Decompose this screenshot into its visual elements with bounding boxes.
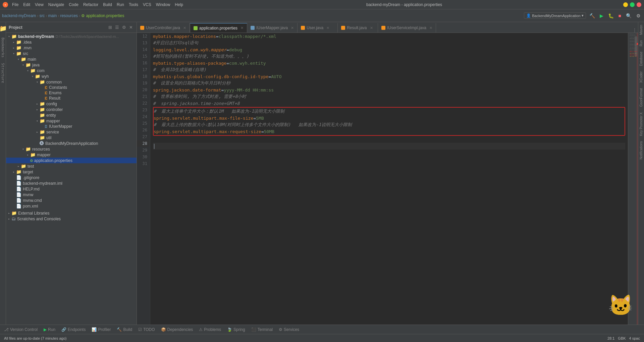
run-dashboard-icon[interactable]: Run	[639, 39, 644, 48]
tree-item-app[interactable]: 🅐 BackendMyDreamApplication	[6, 140, 137, 146]
breadcrumb-src[interactable]: src	[39, 13, 45, 18]
menu-navigate[interactable]: Navigate	[46, 2, 66, 8]
mini-scrollbar[interactable]: mybatis.mapper #开启日志 logging.level #简写包 …	[628, 33, 638, 325]
bottom-tab-todo[interactable]: ☑ TODO	[136, 326, 157, 333]
debug-btn[interactable]: 🐛	[607, 12, 615, 19]
breadcrumb-main[interactable]: main	[48, 13, 57, 18]
breadcrumb-file[interactable]: ⚙ application.properties	[81, 13, 124, 18]
bottom-tab-build[interactable]: 🔨 Build	[114, 326, 135, 333]
tree-item-common[interactable]: 📁 common	[6, 79, 137, 85]
bottom-tab-services[interactable]: ⚙ Services	[276, 326, 302, 333]
bottom-tab-profiler[interactable]: 📊 Profiler	[89, 326, 113, 333]
bottom-tab-problems[interactable]: ⚠ Problems	[196, 326, 224, 333]
tree-item-mapper-res[interactable]: 📁 mapper	[6, 152, 137, 158]
tree-item-pom[interactable]: 📄 pom.xml	[6, 203, 137, 209]
tree-item-src[interactable]: 📁 src	[6, 51, 137, 56]
bookmarks-icon[interactable]: Bookmarks	[0, 36, 6, 59]
tree-item-controller[interactable]: 📁 controller	[6, 107, 137, 112]
tree-item-enums[interactable]: C Enums	[6, 90, 137, 96]
close-button[interactable]	[637, 2, 641, 7]
tree-item-result[interactable]: C Result	[6, 96, 137, 101]
profile-selector[interactable]: 👤 BackendMyDreamApplication ▾	[524, 12, 586, 19]
notifications-icon[interactable]: Notifications	[639, 140, 644, 161]
tree-item-mvn[interactable]: 📁 .mvn	[6, 45, 137, 51]
tree-item-config[interactable]: 📁 config	[6, 101, 137, 107]
breadcrumb-resources[interactable]: resources	[60, 13, 78, 18]
menu-build[interactable]: Build	[101, 2, 114, 8]
stop-btn[interactable]: ■	[617, 12, 623, 19]
tree-item-root[interactable]: 📁 backend-myDream D:\Tools\JavaWorkSpace…	[6, 34, 137, 39]
sidebar-collapse-btn[interactable]: ☰	[114, 24, 120, 30]
tree-item-iml[interactable]: 📄 backend-mydream.iml	[6, 180, 137, 186]
tab-close-iusermapper[interactable]: ✕	[291, 26, 294, 30]
tree-item-wyh[interactable]: 📁 wyh	[6, 73, 137, 79]
bottom-tab-version-control[interactable]: ⎇ Version Control	[1, 326, 40, 333]
tree-item-gitignore[interactable]: 📄 .gitignore	[6, 175, 137, 180]
sidebar-expand-btn[interactable]: ⊞	[107, 24, 113, 30]
bottom-tab-run[interactable]: ▶ Run	[41, 326, 58, 333]
menu-vcs[interactable]: VCS	[141, 2, 153, 8]
tab-iuserserviceimpl[interactable]: IUserServiceImpl.java ✕	[378, 23, 436, 33]
menu-tools[interactable]: Tools	[127, 2, 140, 8]
tree-item-idea[interactable]: 📁 .idea	[6, 39, 137, 45]
menu-window[interactable]: Window	[154, 2, 172, 8]
tree-item-mvnwcmd[interactable]: 📄 mvnw.cmd	[6, 197, 137, 203]
run-btn[interactable]: ▶	[598, 12, 605, 19]
tree-item-helpmd[interactable]: 📄 HELP.md	[6, 186, 137, 192]
tree-item-external-libs[interactable]: 📁 External Libraries	[6, 210, 137, 216]
tab-application-properties[interactable]: application.properties ✕	[190, 23, 247, 33]
tree-item-entity[interactable]: 📁 entity	[6, 112, 137, 118]
status-encoding[interactable]: GBK	[616, 336, 627, 340]
tree-item-main[interactable]: 📁 main	[6, 56, 137, 62]
build-btn[interactable]: 🔨	[588, 12, 596, 19]
menu-refactor[interactable]: Refactor	[81, 2, 100, 8]
menu-code[interactable]: Code	[67, 2, 80, 8]
tab-usercontroller[interactable]: UserController.java ✕	[137, 23, 190, 33]
breadcrumb-project[interactable]: backend-myDream	[2, 13, 36, 18]
tree-item-util[interactable]: 📁 util	[6, 135, 137, 140]
tree-item-appprops[interactable]: ⚙ application.properties	[6, 158, 137, 163]
bottom-tab-spring[interactable]: 🍃 Spring	[224, 326, 248, 333]
tree-item-resources[interactable]: 📁 resources	[6, 146, 137, 152]
tree-item-mvnw[interactable]: 📄 mvnw	[6, 192, 137, 197]
tab-close-appprops[interactable]: ✕	[240, 26, 244, 30]
gsonformat-icon[interactable]: GsonFormat	[639, 87, 644, 108]
settings-btn[interactable]: ⚙	[635, 12, 642, 19]
maven-icon[interactable]: Maven	[639, 23, 644, 36]
bottom-tab-dependencies[interactable]: 📦 Dependencies	[158, 326, 196, 333]
tab-close-result[interactable]: ✕	[370, 26, 373, 30]
minimize-button[interactable]	[623, 2, 628, 7]
tab-close-iuserserviceimpl[interactable]: ✕	[429, 26, 432, 30]
tab-result[interactable]: Result.java ✕	[338, 23, 378, 33]
bottom-tab-terminal[interactable]: ⬛ Terminal	[249, 326, 275, 333]
database-icon[interactable]: Database	[639, 50, 644, 67]
search-btn[interactable]: 🔍	[625, 12, 633, 19]
structure-icon[interactable]: Structure	[0, 62, 6, 84]
xcoder-icon[interactable]: XCoder	[639, 70, 644, 84]
tab-close-user[interactable]: ✕	[326, 26, 329, 30]
key-promoter-icon[interactable]: Key Promoter X	[639, 111, 644, 137]
code-content[interactable]: mybatis.mapper-locations=classpath:mappe…	[150, 33, 628, 325]
tree-item-scratches[interactable]: 🗂 Scratches and Consoles	[6, 216, 137, 222]
tree-item-constants[interactable]: C Constants	[6, 85, 137, 90]
tree-item-mapper[interactable]: 📁 mapper	[6, 118, 137, 124]
recent-files-btn[interactable]: ⋮	[633, 28, 637, 33]
tab-user[interactable]: User.java ✕	[298, 23, 338, 33]
menu-view[interactable]: View	[33, 2, 46, 8]
tab-iusermapper[interactable]: IUserMapper.java ✕	[247, 23, 298, 33]
menu-edit[interactable]: Edit	[21, 2, 32, 8]
bottom-tab-endpoints[interactable]: 🔗 Endpoints	[59, 326, 88, 333]
tree-item-service[interactable]: 📁 service	[6, 129, 137, 135]
status-position[interactable]: 28:1	[606, 336, 616, 340]
status-indent[interactable]: 4 spac	[628, 336, 641, 340]
menu-file[interactable]: File	[10, 2, 20, 8]
menu-run[interactable]: Run	[115, 2, 126, 8]
tree-item-target[interactable]: 📁 target	[6, 169, 137, 175]
tree-item-iusermapper[interactable]: I IUserMapper	[6, 124, 137, 129]
maximize-button[interactable]	[630, 2, 635, 7]
tree-item-test[interactable]: 📁 test	[6, 163, 137, 169]
code-editor[interactable]: 12 13 14 15 16 17 18 19 20 21 22 23 24 2…	[137, 33, 638, 325]
tree-item-com[interactable]: 📁 com	[6, 68, 137, 73]
tab-close-usercontroller[interactable]: ✕	[183, 26, 186, 30]
sidebar-settings-btn[interactable]: ⚙	[121, 24, 127, 30]
